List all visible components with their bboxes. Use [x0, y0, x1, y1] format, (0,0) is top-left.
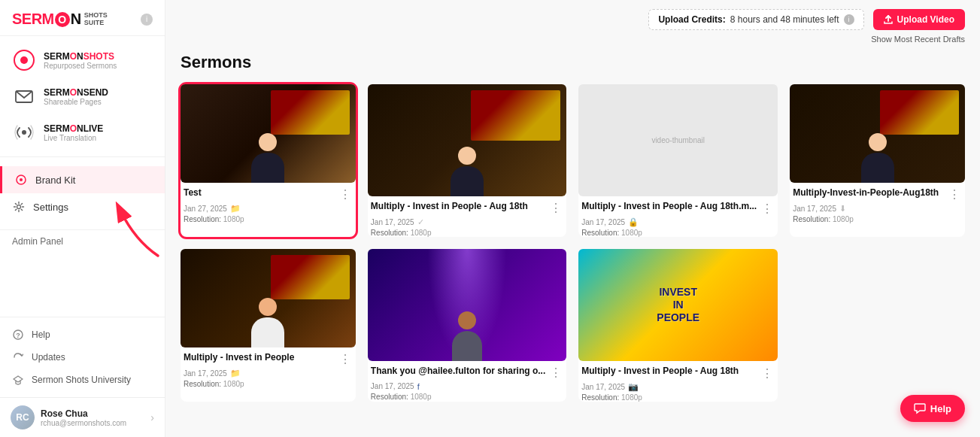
upload-video-button[interactable]: Upload Video [873, 9, 965, 30]
video-grid: Test ⋮ Jan 27, 2025 📁 Resolution: 1080p [181, 84, 965, 402]
user-profile[interactable]: RC Rose Chua rchua@sermonshots.com › [0, 397, 165, 437]
resolution-placeholder: Resolution: 1080p [581, 229, 775, 237]
video-thumbnail-invest: INVEST IN PEOPLE [578, 249, 778, 361]
updates-icon [12, 351, 24, 363]
facebook-icon: f [417, 382, 420, 391]
sidebar-item-sermonsend[interactable]: SERMONSEND Shareable Pages [0, 78, 165, 114]
more-options-button-placeholder[interactable]: ⋮ [760, 201, 775, 216]
credits-info-icon[interactable]: i [844, 14, 854, 25]
upload-icon [884, 15, 893, 24]
video-meta-multiply3: Jan 17, 2025 📁 [184, 369, 353, 378]
main-content: Upload Credits: 8 hours and 48 minutes l… [165, 0, 980, 437]
camera-icon: 📷 [628, 382, 639, 392]
sidebar-item-sermonlive[interactable]: SERMONLIVE Live Translation [0, 114, 165, 150]
sidebar-apps: SERMONSHOTS Repurposed Sermons SERMONSEN… [0, 36, 165, 157]
user-info: Rose Chua rchua@sermonshots.com [41, 408, 144, 427]
invest-text: INVEST IN PEOPLE [657, 286, 699, 323]
video-thumbnail-multiply1 [368, 84, 566, 196]
sidebar-nav: Brand Kit Settings [0, 157, 165, 230]
video-meta-multiply2: Jan 17, 2025 ⬇ [793, 204, 962, 214]
page-title: Sermons [181, 50, 965, 72]
person-silhouette-6 [452, 311, 482, 361]
logo-o: O [55, 12, 70, 27]
video-info-multiply3: Multiply - Invest in People ⋮ Jan 17, 20… [181, 347, 356, 388]
resolution-invest: Resolution: 1080p [581, 393, 775, 402]
video-info-hailee: Thank you @hailee.fulton for sharing o..… [368, 361, 566, 401]
person-silhouette-2 [451, 147, 484, 196]
video-meta-test: Jan 27, 2025 📁 [184, 204, 353, 214]
sidebar-item-brand-kit[interactable]: Brand Kit [0, 166, 165, 193]
video-card-multiply2[interactable]: Multiply-Invest-in-People-Aug18th ⋮ Jan … [790, 84, 965, 237]
sidebar-item-settings[interactable]: Settings [0, 193, 165, 220]
sermonshots-text: SERMONSHOTS Repurposed Sermons [44, 51, 117, 70]
sidebar-bottom-nav: ? Help Updates Sermon Shots University [0, 317, 165, 397]
avatar: RC [11, 405, 35, 429]
video-card-placeholder[interactable]: video-thumbnail Multiply - Invest in Peo… [578, 84, 778, 237]
sermonlive-text: SERMONLIVE Live Translation [44, 123, 103, 142]
sermonlive-icon [12, 120, 36, 144]
video-info-multiply1: Multiply - Invest in People - Aug 18th ⋮… [368, 196, 566, 237]
video-card-multiply3[interactable]: Multiply - Invest in People ⋮ Jan 17, 20… [181, 249, 356, 402]
settings-icon [12, 200, 26, 214]
resolution-multiply1: Resolution: 1080p [371, 229, 563, 237]
university-icon [12, 374, 24, 386]
more-options-button-multiply2[interactable]: ⋮ [947, 187, 962, 202]
video-info-invest: Multiply - Invest in People - Aug 18th ⋮… [578, 361, 778, 402]
person-silhouette [251, 133, 284, 183]
info-icon[interactable]: i [141, 14, 153, 26]
video-card-multiply1[interactable]: Multiply - Invest in People - Aug 18th ⋮… [368, 84, 566, 237]
folder-icon-5: 📁 [230, 369, 241, 378]
resolution-hailee: Resolution: 1080p [371, 393, 563, 401]
svg-point-4 [17, 205, 21, 209]
more-options-button-multiply1[interactable]: ⋮ [548, 201, 563, 216]
sermonsend-text: SERMONSEND Shareable Pages [44, 87, 108, 106]
check-icon: ✓ [417, 217, 424, 227]
svg-text:?: ? [16, 332, 20, 339]
person-silhouette-5 [251, 298, 284, 347]
sidebar-item-admin-panel[interactable]: Admin Panel [0, 230, 165, 253]
more-options-button-multiply3[interactable]: ⋮ [338, 352, 353, 367]
help-float-button[interactable]: Help [900, 395, 965, 422]
logo-suite: SHOTS SUITE [84, 12, 108, 27]
resolution-test: Resolution: 1080p [184, 215, 353, 223]
video-thumbnail-multiply2 [790, 84, 965, 183]
top-bar: Upload Credits: 8 hours and 48 minutes l… [165, 0, 980, 35]
video-info-test: Test ⋮ Jan 27, 2025 📁 Resolution: 1080p [181, 183, 356, 223]
folder-icon: 📁 [230, 204, 241, 214]
svg-point-3 [20, 178, 23, 181]
video-thumbnail-multiply3 [181, 249, 356, 347]
video-meta-multiply1: Jan 17, 2025 ✓ [371, 217, 563, 227]
logo-wordmark: SERM O N [12, 11, 81, 28]
sidebar-item-help[interactable]: ? Help [0, 323, 165, 346]
send-icon [14, 88, 34, 105]
person-silhouette-4 [861, 133, 894, 183]
video-card-test[interactable]: Test ⋮ Jan 27, 2025 📁 Resolution: 1080p [181, 84, 356, 237]
show-drafts-link[interactable]: Show Most Recent Drafts [165, 35, 980, 50]
resolution-multiply3: Resolution: 1080p [184, 380, 353, 388]
sermonsend-icon [12, 84, 36, 108]
logo-n: N [71, 11, 81, 28]
chevron-right-icon: › [150, 411, 154, 423]
sermonshots-icon [12, 48, 36, 72]
video-thumbnail-hailee [368, 249, 566, 361]
lock-icon: 🔒 [628, 217, 639, 227]
sidebar-item-university[interactable]: Sermon Shots University [0, 369, 165, 391]
video-card-hailee[interactable]: Thank you @hailee.fulton for sharing o..… [368, 249, 566, 402]
sidebar-item-updates[interactable]: Updates [0, 346, 165, 369]
video-meta-hailee: Jan 17, 2025 f [371, 382, 563, 391]
sidebar-item-sermonshots[interactable]: SERMONSHOTS Repurposed Sermons [0, 42, 165, 78]
more-options-button-invest[interactable]: ⋮ [760, 366, 775, 381]
brand-icon [14, 173, 28, 187]
logo-serm: SERM [12, 11, 54, 28]
video-meta-invest: Jan 17, 2025 📷 [581, 382, 775, 392]
video-thumbnail-test [181, 84, 356, 183]
video-thumbnail-placeholder: video-thumbnail [578, 84, 778, 196]
more-options-button-hailee[interactable]: ⋮ [548, 366, 563, 381]
resolution-multiply2: Resolution: 1080p [793, 215, 962, 223]
content-area: Sermons Test ⋮ Jan 27, 2 [165, 50, 980, 437]
download-icon: ⬇ [839, 204, 846, 214]
live-icon [14, 124, 34, 141]
more-options-button-test[interactable]: ⋮ [338, 187, 353, 202]
sidebar-logo: SERM O N SHOTS SUITE i [0, 0, 165, 36]
video-card-invest[interactable]: INVEST IN PEOPLE Multiply - Invest in Pe… [578, 249, 778, 402]
